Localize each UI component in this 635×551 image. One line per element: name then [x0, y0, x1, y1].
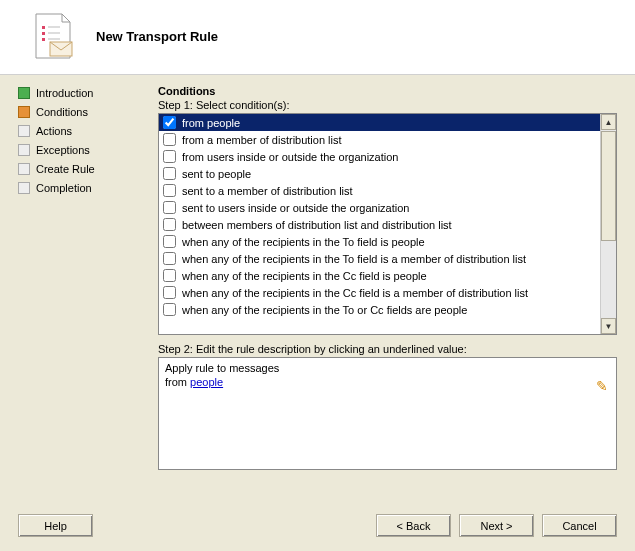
step-status-icon	[18, 144, 30, 156]
sidebar-step-1[interactable]: Conditions	[18, 106, 150, 118]
condition-row[interactable]: between members of distribution list and…	[159, 216, 600, 233]
wizard-title: New Transport Rule	[96, 29, 218, 44]
sidebar-step-5[interactable]: Completion	[18, 182, 150, 194]
condition-label: when any of the recipients in the Cc fie…	[182, 287, 528, 299]
condition-row[interactable]: when any of the recipients in the To fie…	[159, 250, 600, 267]
condition-label: sent to a member of distribution list	[182, 185, 353, 197]
sidebar-step-label: Actions	[36, 125, 72, 137]
condition-checkbox[interactable]	[163, 167, 176, 180]
condition-row[interactable]: sent to users inside or outside the orga…	[159, 199, 600, 216]
condition-checkbox[interactable]	[163, 235, 176, 248]
scrollbar[interactable]: ▲ ▼	[600, 114, 616, 334]
description-line-1: Apply rule to messages	[165, 362, 610, 374]
condition-row[interactable]: sent to a member of distribution list	[159, 182, 600, 199]
condition-row[interactable]: when any of the recipients in the To or …	[159, 301, 600, 318]
condition-label: sent to users inside or outside the orga…	[182, 202, 409, 214]
sidebar-step-label: Exceptions	[36, 144, 90, 156]
wizard-footer: Help < Back Next > Cancel	[18, 514, 617, 537]
condition-row[interactable]: from a member of distribution list	[159, 131, 600, 148]
scroll-up-button[interactable]: ▲	[601, 114, 616, 130]
condition-checkbox[interactable]	[163, 286, 176, 299]
step-status-icon	[18, 163, 30, 175]
sidebar-step-label: Completion	[36, 182, 92, 194]
svg-rect-1	[42, 32, 45, 35]
help-button[interactable]: Help	[18, 514, 93, 537]
condition-checkbox[interactable]	[163, 269, 176, 282]
sidebar-step-4[interactable]: Create Rule	[18, 163, 150, 175]
step-status-icon	[18, 87, 30, 99]
wizard-header: New Transport Rule	[0, 0, 635, 75]
condition-row[interactable]: sent to people	[159, 165, 600, 182]
cancel-button[interactable]: Cancel	[542, 514, 617, 537]
condition-label: from people	[182, 117, 240, 129]
condition-label: when any of the recipients in the To fie…	[182, 236, 425, 248]
condition-row[interactable]: from people	[159, 114, 600, 131]
condition-label: from a member of distribution list	[182, 134, 342, 146]
main-panel: Conditions Step 1: Select condition(s): …	[158, 85, 617, 485]
step-status-icon	[18, 125, 30, 137]
condition-row[interactable]: when any of the recipients in the Cc fie…	[159, 284, 600, 301]
sidebar-step-2[interactable]: Actions	[18, 125, 150, 137]
step-sidebar: IntroductionConditionsActionsExceptionsC…	[18, 85, 158, 485]
condition-checkbox[interactable]	[163, 201, 176, 214]
wizard-content: IntroductionConditionsActionsExceptionsC…	[0, 75, 635, 485]
condition-checkbox[interactable]	[163, 184, 176, 197]
condition-row[interactable]: from users inside or outside the organiz…	[159, 148, 600, 165]
people-link[interactable]: people	[190, 376, 223, 388]
scroll-thumb[interactable]	[601, 131, 616, 241]
panel-title: Conditions	[158, 85, 617, 97]
sidebar-step-label: Create Rule	[36, 163, 95, 175]
step2-section: Step 2: Edit the rule description by cli…	[158, 343, 617, 470]
condition-checkbox[interactable]	[163, 303, 176, 316]
scroll-down-button[interactable]: ▼	[601, 318, 616, 334]
svg-rect-0	[42, 26, 45, 29]
next-button[interactable]: Next >	[459, 514, 534, 537]
conditions-list-box: from peoplefrom a member of distribution…	[158, 113, 617, 335]
condition-label: when any of the recipients in the Cc fie…	[182, 270, 427, 282]
rule-description-box: Apply rule to messages from people ✎	[158, 357, 617, 470]
condition-label: when any of the recipients in the To fie…	[182, 253, 526, 265]
sidebar-step-3[interactable]: Exceptions	[18, 144, 150, 156]
svg-rect-2	[42, 38, 45, 41]
step1-label: Step 1: Select condition(s):	[158, 99, 617, 111]
step-status-icon	[18, 182, 30, 194]
condition-checkbox[interactable]	[163, 116, 176, 129]
description-prefix: from	[165, 376, 190, 388]
condition-label: when any of the recipients in the To or …	[182, 304, 467, 316]
condition-checkbox[interactable]	[163, 252, 176, 265]
sidebar-step-0[interactable]: Introduction	[18, 87, 150, 99]
condition-row[interactable]: when any of the recipients in the To fie…	[159, 233, 600, 250]
condition-checkbox[interactable]	[163, 218, 176, 231]
condition-checkbox[interactable]	[163, 133, 176, 146]
condition-checkbox[interactable]	[163, 150, 176, 163]
conditions-list[interactable]: from peoplefrom a member of distribution…	[159, 114, 600, 334]
back-button[interactable]: < Back	[376, 514, 451, 537]
edit-pencil-icon[interactable]: ✎	[596, 378, 608, 394]
condition-label: from users inside or outside the organiz…	[182, 151, 398, 163]
step-status-icon	[18, 106, 30, 118]
condition-label: between members of distribution list and…	[182, 219, 452, 231]
description-line-2: from people	[165, 376, 610, 388]
sidebar-step-label: Introduction	[36, 87, 93, 99]
wizard-page-icon	[30, 12, 78, 60]
sidebar-step-label: Conditions	[36, 106, 88, 118]
step2-label: Step 2: Edit the rule description by cli…	[158, 343, 617, 355]
condition-label: sent to people	[182, 168, 251, 180]
condition-row[interactable]: when any of the recipients in the Cc fie…	[159, 267, 600, 284]
